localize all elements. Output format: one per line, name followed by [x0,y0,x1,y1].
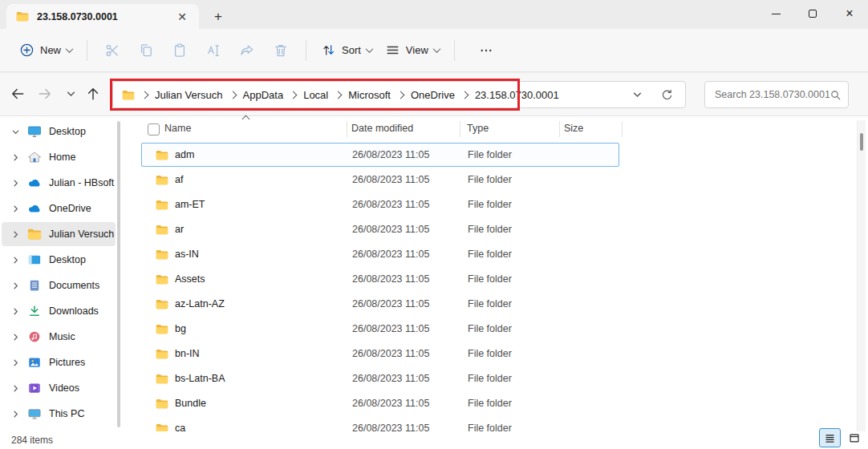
minimize-icon [772,14,781,14]
column-header-name[interactable]: Name [164,123,191,134]
file-row[interactable]: af 26/08/2023 11:05 File folder [141,168,619,192]
see-more-button[interactable] [469,35,503,66]
chevron-down-icon[interactable] [11,127,21,136]
sidebar-item-onedrive[interactable]: OneDrive [2,196,116,220]
chevron-right-icon[interactable] [11,179,21,188]
details-view-button[interactable] [819,428,841,447]
column-header-date-modified[interactable]: Date modified [351,123,413,134]
breadcrumb-item[interactable]: Julian Versuch [155,89,223,101]
rename-icon [205,42,221,59]
file-name: Bundle [175,398,327,409]
file-row[interactable]: Assets 26/08/2023 11:05 File folder [141,267,619,291]
column-divider[interactable] [622,121,623,137]
copy-button[interactable] [129,35,163,66]
file-row[interactable]: bn-IN 26/08/2023 11:05 File folder [141,342,619,366]
navigation-bar: Julian Versuch AppData Local Microsoft O… [0,73,868,116]
column-header-size[interactable]: Size [564,123,583,134]
large-icons-view-button[interactable] [843,428,865,447]
file-name: bn-IN [175,348,327,359]
sidebar-item-pictures[interactable]: Pictures [2,350,116,374]
file-row-adm[interactable]: adm 26/08/2023 11:05 File folder [141,143,619,167]
file-date-modified: 26/08/2023 11:05 [352,273,429,285]
file-explorer-window: 23.158.0730.0001 ✕ + × New [0,0,868,449]
sidebar-item-videos[interactable]: Videos [2,376,116,400]
status-bar: 284 items [0,431,868,449]
sidebar-item-julian-hbsoft[interactable]: Julian - HBsoft [2,171,116,195]
scrollbar-thumb[interactable] [860,133,863,151]
download-arrow-icon [27,305,42,318]
chevron-right-icon[interactable] [11,333,21,342]
desktop-icon [27,253,42,266]
sidebar-item-desktop-top[interactable]: Desktop [2,119,116,144]
refresh-icon[interactable] [660,88,674,102]
column-divider[interactable] [347,121,347,137]
view-button[interactable]: View [379,38,446,63]
sidebar-item-music[interactable]: Music [2,325,116,349]
breadcrumb-item[interactable]: Local [303,89,328,101]
address-dropdown-icon[interactable] [632,90,643,100]
maximize-button[interactable] [794,0,831,27]
column-header-type[interactable]: Type [467,123,489,134]
sidebar-item-label: Downloads [49,305,99,317]
share-button[interactable] [230,35,264,66]
chevron-right-icon[interactable] [11,230,21,239]
cut-button[interactable] [95,35,129,66]
file-type: File folder [468,323,512,334]
delete-button[interactable] [264,35,298,66]
sidebar-item-desktop[interactable]: Desktop [2,248,116,272]
column-divider[interactable] [559,121,560,137]
breadcrumb-item-current[interactable]: 23.158.0730.0001 [475,89,559,101]
sidebar-item-julian-versuch[interactable]: Julian Versuch [2,222,116,246]
breadcrumb-item[interactable]: AppData [243,89,284,101]
chevron-right-icon[interactable] [11,358,21,367]
share-icon [239,42,255,59]
chevron-right-icon[interactable] [11,307,21,316]
up-button[interactable] [82,83,104,105]
chevron-right-icon[interactable] [11,384,21,393]
up-arrow-icon [85,86,101,102]
sidebar-item-this-pc[interactable]: This PC [2,402,116,426]
file-row[interactable]: am-ET 26/08/2023 11:05 File folder [141,192,619,216]
sidebar-item-downloads[interactable]: Downloads [2,299,116,323]
forward-button[interactable] [34,83,56,105]
address-bar[interactable]: Julian Versuch AppData Local Microsoft O… [112,81,686,108]
sidebar-item-home[interactable]: Home [2,145,116,169]
file-row[interactable]: Bundle 26/08/2023 11:05 File folder [141,391,619,415]
file-row[interactable]: as-IN 26/08/2023 11:05 File folder [141,242,619,266]
folder-icon [156,324,168,334]
sort-button[interactable]: Sort [314,38,379,63]
back-button[interactable] [6,83,29,105]
recent-locations-button[interactable] [59,83,82,105]
sidebar-scrollbar[interactable] [117,121,120,427]
breadcrumb-item[interactable]: Microsoft [348,89,391,101]
sidebar-item-label: Pictures [49,357,85,368]
new-tab-button[interactable]: + [209,8,228,26]
list-scrollbar[interactable] [857,120,866,435]
new-button[interactable]: New [13,38,79,63]
chevron-right-icon[interactable] [11,410,21,419]
chevron-right-icon[interactable] [11,153,21,162]
column-divider[interactable] [460,121,460,137]
sidebar-item-documents[interactable]: Documents [2,273,116,297]
paste-button[interactable] [163,35,197,66]
chevron-right-icon[interactable] [11,204,21,213]
file-row[interactable]: bg 26/08/2023 11:05 File folder [141,317,619,341]
file-row[interactable]: bs-Latn-BA 26/08/2023 11:05 File folder [141,366,619,390]
close-button[interactable]: × [831,0,868,27]
explorer-tab[interactable]: 23.158.0730.0001 ✕ [6,4,199,29]
monitor-icon [27,125,42,138]
file-row[interactable]: ar 26/08/2023 11:05 File folder [141,217,619,241]
search-box[interactable] [704,81,849,108]
rename-button[interactable] [197,35,230,66]
breadcrumb-item[interactable]: OneDrive [411,89,455,101]
minimize-button[interactable] [757,0,794,27]
toolbar-divider [306,40,306,61]
sort-icon [321,42,336,58]
chevron-right-icon[interactable] [11,281,21,290]
tab-close-icon[interactable]: ✕ [173,8,191,26]
chevron-down-icon [432,45,440,53]
file-row[interactable]: az-Latn-AZ 26/08/2023 11:05 File folder [141,292,619,316]
select-all-checkbox[interactable] [148,123,160,136]
chevron-right-icon[interactable] [11,256,21,265]
search-input[interactable] [715,89,829,100]
